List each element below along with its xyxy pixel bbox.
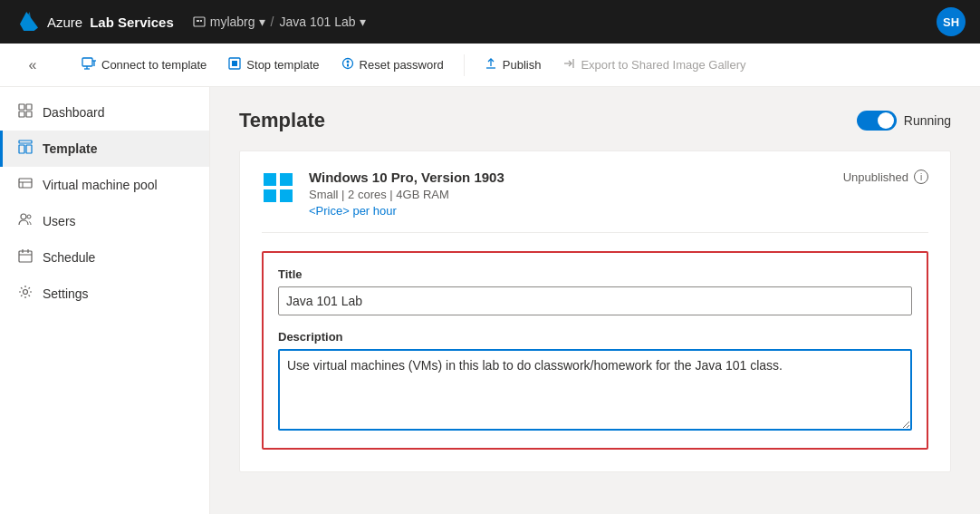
publish-button[interactable]: Publish	[476, 52, 551, 78]
svg-rect-35	[280, 173, 293, 186]
sidebar-item-users[interactable]: Users	[0, 203, 209, 239]
vm-status-label: Unpublished	[843, 170, 908, 184]
svg-rect-29	[19, 251, 32, 262]
svg-rect-12	[347, 64, 349, 67]
connect-icon	[82, 57, 96, 73]
svg-rect-18	[26, 104, 32, 110]
svg-rect-9	[232, 61, 237, 66]
logo-text-light: Azure	[47, 15, 82, 30]
vm-pool-icon	[17, 176, 34, 194]
toolbar-divider	[464, 54, 465, 76]
svg-point-33	[24, 290, 28, 295]
svg-rect-3	[82, 58, 92, 66]
settings-icon	[17, 285, 34, 303]
description-label: Description	[278, 330, 912, 344]
vm-info-left: Windows 10 Pro, Version 1903 Small | 2 c…	[262, 170, 504, 218]
svg-point-28	[27, 215, 31, 218]
description-textarea[interactable]	[278, 349, 912, 431]
svg-rect-22	[19, 145, 24, 153]
svg-point-11	[346, 61, 349, 63]
main-content: Template Running Windows 10	[210, 87, 980, 514]
vm-name: Windows 10 Pro, Version 1903	[309, 170, 504, 185]
publish-icon	[485, 57, 497, 73]
svg-point-10	[342, 59, 352, 69]
svg-point-27	[21, 214, 26, 219]
export-button[interactable]: Export to Shared Image Gallery	[553, 52, 754, 78]
app-layout: Dashboard Template Virtual machine poo	[0, 87, 980, 514]
connect-to-template-button[interactable]: Connect to template	[72, 52, 216, 78]
svg-rect-1	[197, 20, 199, 22]
svg-rect-2	[200, 20, 202, 22]
breadcrumb-org[interactable]: mylabrg ▾	[192, 15, 265, 29]
stop-icon	[228, 57, 241, 73]
sidebar-item-template-label: Template	[43, 141, 97, 156]
svg-rect-37	[280, 189, 293, 202]
sidebar-item-dashboard[interactable]: Dashboard	[0, 94, 209, 131]
vm-price: <Price> per hour	[309, 204, 504, 218]
users-icon	[17, 212, 34, 230]
breadcrumb-separator: /	[271, 15, 274, 29]
sidebar-item-settings[interactable]: Settings	[0, 276, 209, 312]
schedule-icon	[17, 248, 34, 267]
sidebar-item-users-label: Users	[43, 214, 76, 228]
sidebar-item-vm-pool-label: Virtual machine pool	[43, 178, 158, 192]
topbar: Azure Lab Services mylabrg ▾ / Java 101 …	[0, 0, 980, 44]
user-avatar[interactable]: SH	[937, 7, 966, 36]
page-title: Template	[239, 109, 325, 132]
toolbar: « Connect to template Stop template	[0, 44, 980, 87]
vm-spec: Small | 2 cores | 4GB RAM	[309, 188, 504, 201]
windows-icon	[262, 171, 294, 204]
vm-status: Unpublished i	[843, 170, 928, 184]
logo: Azure Lab Services	[14, 9, 174, 34]
sidebar: Dashboard Template Virtual machine poo	[0, 87, 210, 514]
svg-rect-20	[26, 112, 32, 117]
running-toggle: Running	[857, 111, 951, 131]
logo-text-bold: Lab Services	[90, 15, 174, 30]
reset-icon	[341, 57, 354, 73]
template-icon	[17, 140, 34, 158]
title-group: Title	[278, 267, 912, 315]
sidebar-item-dashboard-label: Dashboard	[43, 105, 105, 120]
running-toggle-switch[interactable]	[857, 111, 897, 131]
sidebar-item-schedule[interactable]: Schedule	[0, 239, 209, 276]
reset-password-button[interactable]: Reset password	[332, 52, 453, 78]
sidebar-item-vm-pool[interactable]: Virtual machine pool	[0, 167, 209, 203]
title-label: Title	[278, 267, 912, 281]
azure-logo-icon	[14, 9, 40, 34]
page-header: Template Running	[239, 109, 951, 132]
vm-info-row: Windows 10 Pro, Version 1903 Small | 2 c…	[262, 170, 928, 233]
vm-status-info-icon[interactable]: i	[914, 170, 928, 184]
sidebar-item-schedule-label: Schedule	[43, 250, 95, 265]
dashboard-icon	[17, 103, 34, 121]
svg-rect-17	[19, 104, 24, 110]
vm-details: Windows 10 Pro, Version 1903 Small | 2 c…	[309, 170, 504, 218]
sidebar-item-template[interactable]: Template	[0, 131, 209, 167]
description-group: Description	[278, 330, 912, 433]
stop-template-button[interactable]: Stop template	[219, 52, 328, 78]
sidebar-collapse-button[interactable]: «	[18, 51, 47, 80]
title-input[interactable]	[278, 286, 912, 315]
template-card: Windows 10 Pro, Version 1903 Small | 2 c…	[239, 150, 951, 472]
svg-rect-19	[19, 112, 24, 117]
svg-rect-21	[19, 141, 32, 143]
breadcrumb-lab[interactable]: Java 101 Lab ▾	[279, 15, 365, 29]
export-icon	[562, 57, 575, 73]
form-section: Title Description	[262, 251, 928, 450]
svg-rect-36	[264, 189, 276, 202]
breadcrumb: mylabrg ▾ / Java 101 Lab ▾	[192, 15, 366, 29]
svg-rect-34	[264, 173, 276, 186]
svg-rect-23	[26, 145, 32, 153]
svg-rect-24	[19, 179, 32, 188]
running-label: Running	[904, 113, 951, 128]
org-icon	[192, 15, 207, 29]
sidebar-item-settings-label: Settings	[43, 286, 89, 301]
